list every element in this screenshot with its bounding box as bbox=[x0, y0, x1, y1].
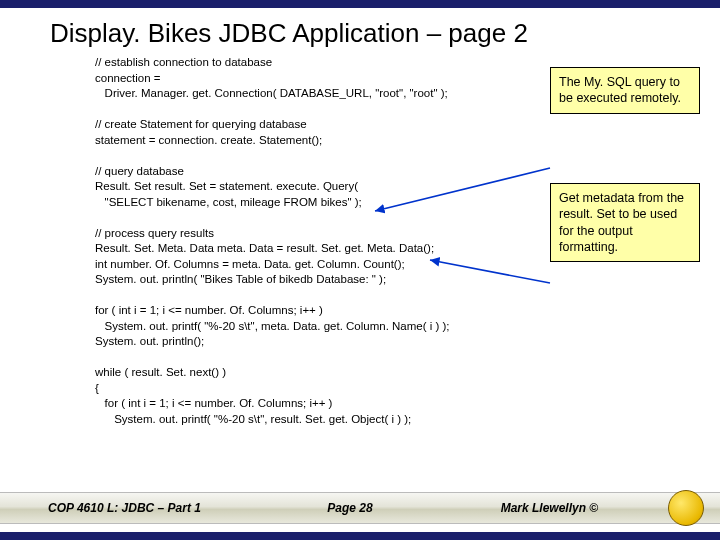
page-title: Display. Bikes JDBC Application – page 2 bbox=[0, 8, 720, 55]
ucf-logo bbox=[668, 490, 704, 526]
content-area: // establish connection to database conn… bbox=[0, 55, 720, 427]
callout-metadata: Get metadata from the result. Set to be … bbox=[550, 183, 700, 262]
footer-author: Mark Llewellyn © bbox=[451, 501, 702, 515]
footer-course: COP 4610 L: JDBC – Part 1 bbox=[48, 501, 249, 515]
callout-mysql-query: The My. SQL query to be executed remotel… bbox=[550, 67, 700, 114]
footer-page: Page 28 bbox=[249, 501, 450, 515]
slide-frame: Display. Bikes JDBC Application – page 2… bbox=[0, 0, 720, 540]
footer-bar: COP 4610 L: JDBC – Part 1 Page 28 Mark L… bbox=[0, 492, 720, 524]
